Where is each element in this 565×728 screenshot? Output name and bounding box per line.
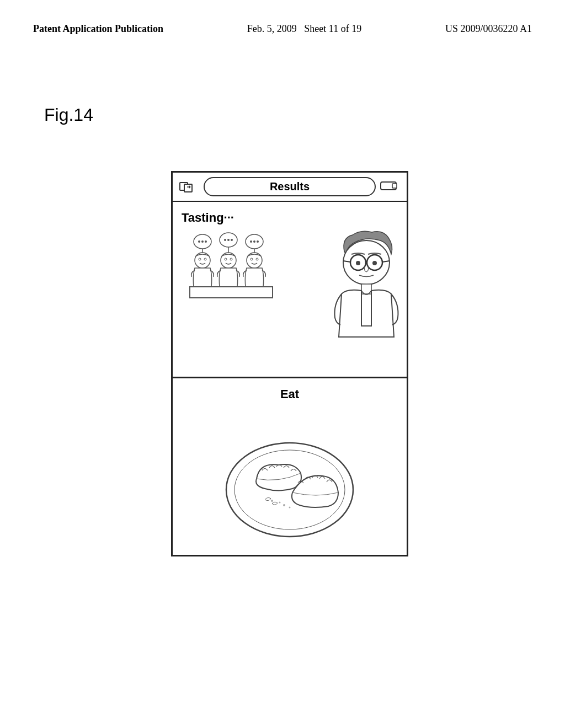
svg-point-27 (256, 258, 258, 260)
svg-point-14 (227, 239, 230, 241)
publication-label: Patent Application Publication (33, 22, 163, 36)
svg-point-16 (250, 240, 252, 243)
svg-point-21 (204, 258, 206, 260)
character-illustration (331, 229, 402, 340)
right-icon (380, 180, 400, 194)
svg-point-20 (199, 258, 201, 260)
figure-label: Fig.14 (44, 105, 93, 125)
svg-point-45 (283, 504, 285, 506)
svg-point-23 (225, 258, 227, 260)
date-label: Feb. 5, 2009 Sheet 11 of 19 (247, 22, 361, 36)
results-pill: Results (204, 177, 376, 196)
dual-square-icon (179, 181, 199, 192)
svg-rect-3 (392, 184, 397, 188)
tasting-panel: Tasting··· (173, 202, 407, 378)
eat-label: Eat (280, 387, 299, 402)
svg-point-18 (257, 240, 259, 243)
svg-point-46 (289, 507, 291, 508)
judges-illustration (187, 232, 297, 342)
svg-rect-1 (184, 184, 192, 192)
svg-rect-28 (190, 287, 273, 298)
eat-panel: Eat (173, 378, 407, 555)
svg-point-36 (356, 261, 360, 265)
food-svg (212, 407, 367, 545)
svg-point-15 (231, 239, 233, 241)
svg-point-42 (271, 500, 273, 502)
svg-point-38 (372, 261, 377, 265)
svg-point-11 (201, 240, 204, 243)
svg-point-10 (198, 240, 200, 243)
svg-point-13 (224, 239, 226, 241)
patent-number: US 2009/0036220 A1 (445, 22, 532, 36)
svg-point-26 (250, 258, 253, 260)
svg-point-44 (279, 502, 281, 504)
svg-point-24 (230, 258, 232, 260)
back-icon (380, 180, 400, 191)
boy-svg (331, 227, 402, 342)
page-header: Patent Application Publication Feb. 5, 2… (0, 0, 565, 36)
device-frame: Results Tasting··· (171, 171, 408, 556)
tasting-label: Tasting··· (182, 211, 398, 225)
main-figure: Results Tasting··· (171, 171, 408, 556)
left-icons (179, 181, 199, 192)
svg-point-12 (205, 240, 207, 243)
svg-point-17 (253, 240, 255, 243)
top-bar: Results (173, 173, 407, 202)
